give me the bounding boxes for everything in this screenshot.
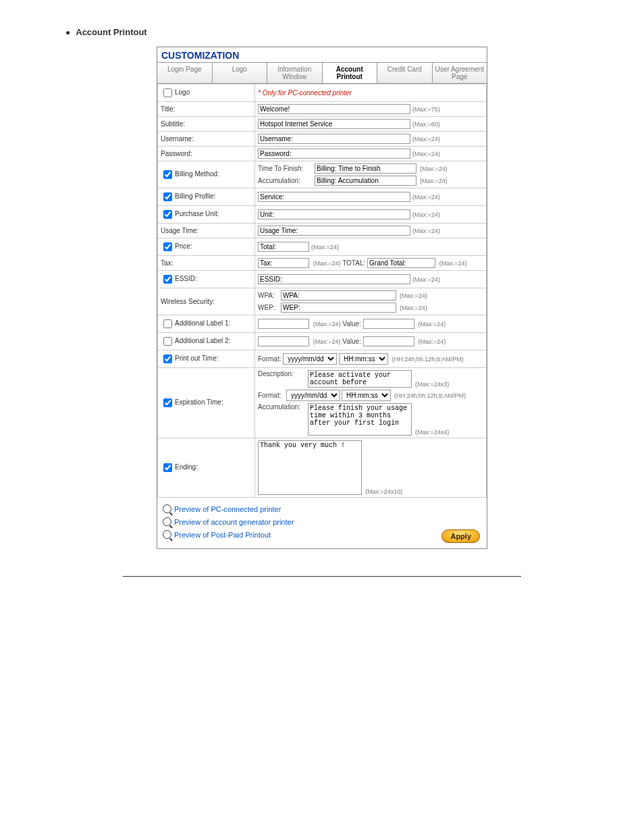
customization-panel: CUSTOMIZATION Login Page Logo Informatio… — [157, 47, 487, 549]
expiration-time-checkbox[interactable] — [163, 398, 172, 407]
grand-total-input[interactable] — [367, 258, 435, 268]
hh-hint-1: (HH:24h;hh:12h;tt:AM/PM) — [392, 356, 464, 363]
preview-generator-link[interactable]: Preview of account generator printer — [163, 517, 294, 526]
addl1-label: Additional Label 1: — [175, 319, 230, 327]
total-input[interactable] — [258, 242, 309, 252]
password-hint: (Max:=24) — [412, 151, 440, 157]
unit-input[interactable] — [258, 209, 410, 219]
username-hint: (Max:=24) — [412, 136, 440, 142]
logo-checkbox[interactable] — [163, 88, 172, 97]
username-input[interactable] — [258, 134, 410, 144]
ending-textarea[interactable]: Thank you very much ! — [258, 440, 362, 495]
value1-label: Value: — [342, 320, 361, 328]
ending-checkbox[interactable] — [163, 463, 172, 472]
tax-label: Tax: — [158, 256, 255, 271]
usage-time-label: Usage Time: — [158, 224, 255, 238]
desc-textarea[interactable]: Please activate your account before — [308, 370, 412, 388]
ending-label: Ending: — [175, 463, 198, 471]
date-format-select-1[interactable]: yyyy/mm/dd — [283, 353, 337, 365]
addl1-input[interactable] — [258, 319, 309, 329]
essid-label: ESSID: — [175, 275, 197, 282]
preview-postpaid-link[interactable]: Preview of Post-Paid Printout — [163, 530, 271, 539]
format2-label: Format: — [258, 392, 285, 399]
addl2-hint1: (Max:=24) — [313, 338, 341, 345]
acc2-sublabel: Accumulation: — [258, 403, 306, 411]
hh-hint-2: (HH:24h;hh:12h;tt:AM/PM) — [394, 392, 466, 399]
addl1-checkbox[interactable] — [163, 319, 172, 328]
title-hint: (Max:=75) — [412, 106, 440, 113]
preview-pc-link[interactable]: Preview of PC-connected printer — [163, 504, 281, 513]
only-pc-note: * Only for PC-connected printer — [258, 89, 352, 97]
billing-method-label: Billing Method: — [175, 170, 219, 178]
tab-credit-card[interactable]: Credit Card — [377, 63, 433, 83]
acc2-textarea[interactable]: Please finish your usage time within 3 m… — [308, 403, 412, 436]
addl1-hint1: (Max:=24) — [313, 321, 341, 328]
format1-label: Format: — [258, 355, 281, 363]
usage-time-hint: (Max:=24) — [412, 228, 440, 234]
billing-profile-checkbox[interactable] — [163, 192, 172, 201]
addl2-input[interactable] — [258, 336, 309, 346]
billing-method-checkbox[interactable] — [163, 170, 172, 179]
section-title: Account Printout — [65, 27, 579, 37]
print-out-time-checkbox[interactable] — [163, 355, 172, 363]
acc2-hint: (Max:=24x4) — [415, 429, 449, 436]
wep-sublabel: WEP: — [258, 304, 279, 311]
date-format-select-2[interactable]: yyyy/mm/dd — [286, 390, 340, 401]
essid-input[interactable] — [258, 274, 410, 284]
purchase-unit-checkbox[interactable] — [163, 210, 172, 219]
password-label: Password: — [158, 147, 255, 161]
addl2-value-input[interactable] — [363, 336, 414, 346]
panel-title: CUSTOMIZATION — [161, 50, 487, 61]
footer-links: Preview of PC-connected printer Preview … — [157, 498, 487, 548]
wpa-input[interactable] — [281, 290, 396, 301]
desc-sublabel: Description: — [258, 370, 306, 377]
service-hint: (Max:=24) — [412, 194, 440, 201]
service-input[interactable] — [258, 192, 410, 202]
purchase-unit-label: Purchase Unit: — [175, 210, 219, 217]
tab-login-page[interactable]: Login Page — [157, 63, 213, 83]
wpa-sublabel: WPA: — [258, 292, 279, 299]
tab-logo[interactable]: Logo — [213, 63, 268, 83]
tab-user-agreement-page[interactable]: User Agreement Page — [433, 63, 487, 83]
addl1-hint2: (Max:=24) — [419, 321, 446, 328]
tax-input[interactable] — [258, 258, 309, 268]
unit-hint: (Max:=24) — [412, 211, 440, 218]
print-out-time-label: Print out Time: — [175, 355, 218, 362]
magnifier-icon — [163, 517, 171, 526]
essid-hint: (Max:=24) — [412, 276, 440, 283]
price-label: Price: — [175, 242, 192, 250]
total2-label: TOTAL: — [342, 259, 365, 267]
total-hint: (Max:=24) — [311, 244, 339, 251]
price-checkbox[interactable] — [163, 242, 172, 251]
desc-hint: (Max:=24x3) — [415, 381, 449, 388]
addl1-value-input[interactable] — [363, 319, 414, 329]
wpa-hint: (Max:=24) — [400, 292, 427, 299]
acc-input[interactable] — [315, 176, 417, 186]
title-input[interactable] — [258, 104, 410, 114]
expiration-time-label: Expiration Time: — [175, 398, 223, 406]
billing-profile-label: Billing Profile: — [175, 192, 216, 200]
ttf-input[interactable] — [315, 163, 417, 174]
tab-account-printout[interactable]: Account Printout — [323, 63, 378, 83]
essid-checkbox[interactable] — [163, 275, 172, 284]
acc-sublabel: Accumulation: — [258, 177, 313, 184]
usage-time-input[interactable] — [258, 226, 410, 236]
subtitle-input[interactable] — [258, 119, 410, 129]
time-format-select-1[interactable]: HH:mm:ss — [339, 353, 388, 365]
ttf-sublabel: Time To Finish: — [258, 165, 313, 172]
form-table: Logo * Only for PC-connected printer Tit… — [157, 84, 487, 498]
tab-information-window[interactable]: Information Window — [267, 63, 323, 83]
acc-hint: (Max:=24) — [420, 178, 448, 184]
tax-hint: (Max:=24) — [313, 260, 341, 267]
time-format-select-2[interactable]: HH:mm:ss — [342, 390, 391, 401]
apply-button[interactable]: Apply — [441, 529, 480, 543]
title-label: Title: — [158, 102, 255, 117]
addl2-checkbox[interactable] — [163, 337, 172, 346]
subtitle-hint: (Max:=60) — [412, 121, 440, 128]
logo-label: Logo — [175, 88, 190, 96]
wep-input[interactable] — [281, 303, 396, 313]
addl2-hint2: (Max:=24) — [419, 338, 446, 345]
ending-hint: (Max:=24x10) — [365, 488, 402, 495]
wireless-security-label: Wireless Security: — [158, 288, 255, 315]
password-input[interactable] — [258, 149, 410, 159]
